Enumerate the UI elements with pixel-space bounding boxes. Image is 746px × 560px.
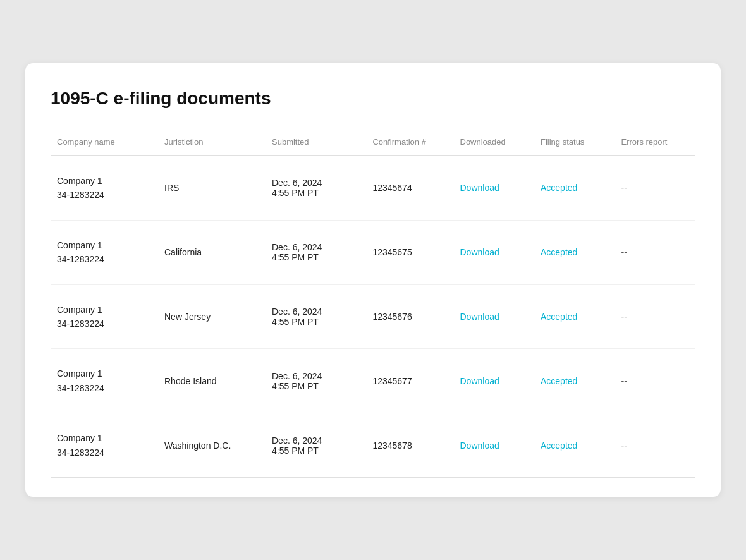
cell-company-name: Company 134-1283224 [51, 220, 158, 284]
cell-errors-report: -- [615, 349, 696, 413]
cell-confirmation: 12345675 [366, 220, 453, 284]
cell-errors-report: -- [615, 413, 696, 478]
table-row: Company 134-1283224New JerseyDec. 6, 202… [51, 284, 695, 349]
cell-downloaded[interactable]: Download [454, 284, 535, 349]
cell-confirmation: 12345677 [366, 349, 453, 413]
cell-errors-report: -- [615, 156, 696, 221]
cell-errors-report: -- [615, 220, 696, 284]
col-header-confirmation: Confirmation # [366, 128, 453, 156]
cell-submitted: Dec. 6, 20244:55 PM PT [266, 413, 366, 478]
cell-downloaded[interactable]: Download [454, 156, 535, 221]
cell-submitted: Dec. 6, 20244:55 PM PT [266, 349, 366, 413]
cell-filing-status: Accepted [534, 349, 615, 413]
table-header-row: Company name Juristiction Submitted Conf… [51, 128, 695, 156]
cell-filing-status: Accepted [534, 156, 615, 221]
table-wrapper: Company name Juristiction Submitted Conf… [51, 128, 695, 478]
download-button[interactable]: Download [460, 312, 499, 322]
download-button[interactable]: Download [460, 183, 499, 193]
main-card: 1095-C e-filing documents Company name J… [25, 63, 721, 497]
cell-jurisdiction: New Jersey [158, 284, 266, 349]
cell-submitted: Dec. 6, 20244:55 PM PT [266, 156, 366, 221]
download-button[interactable]: Download [460, 376, 499, 386]
cell-confirmation: 12345676 [366, 284, 453, 349]
cell-company-name: Company 134-1283224 [51, 413, 158, 478]
download-button[interactable]: Download [460, 247, 499, 257]
cell-downloaded[interactable]: Download [454, 413, 535, 478]
cell-filing-status: Accepted [534, 284, 615, 349]
table-row: Company 134-1283224CaliforniaDec. 6, 202… [51, 220, 695, 284]
cell-jurisdiction: California [158, 220, 266, 284]
cell-downloaded[interactable]: Download [454, 220, 535, 284]
page-title: 1095-C e-filing documents [51, 88, 695, 109]
cell-downloaded[interactable]: Download [454, 349, 535, 413]
cell-company-name: Company 134-1283224 [51, 284, 158, 349]
table-row: Company 134-1283224IRSDec. 6, 20244:55 P… [51, 156, 695, 221]
col-header-downloaded: Downloaded [454, 128, 535, 156]
cell-jurisdiction: IRS [158, 156, 266, 221]
cell-jurisdiction: Rhode Island [158, 349, 266, 413]
cell-filing-status: Accepted [534, 220, 615, 284]
cell-company-name: Company 134-1283224 [51, 349, 158, 413]
download-button[interactable]: Download [460, 441, 499, 451]
col-header-errors: Errors report [615, 128, 696, 156]
col-header-company: Company name [51, 128, 158, 156]
table-row: Company 134-1283224Rhode IslandDec. 6, 2… [51, 349, 695, 413]
cell-confirmation: 12345674 [366, 156, 453, 221]
col-header-jurisdiction: Juristiction [158, 128, 266, 156]
cell-errors-report: -- [615, 284, 696, 349]
cell-submitted: Dec. 6, 20244:55 PM PT [266, 220, 366, 284]
col-header-filing: Filing status [534, 128, 615, 156]
cell-submitted: Dec. 6, 20244:55 PM PT [266, 284, 366, 349]
efiling-table: Company name Juristiction Submitted Conf… [51, 128, 695, 478]
cell-company-name: Company 134-1283224 [51, 156, 158, 221]
cell-filing-status: Accepted [534, 413, 615, 478]
col-header-submitted: Submitted [266, 128, 366, 156]
table-row: Company 134-1283224Washington D.C.Dec. 6… [51, 413, 695, 478]
cell-confirmation: 12345678 [366, 413, 453, 478]
cell-jurisdiction: Washington D.C. [158, 413, 266, 478]
